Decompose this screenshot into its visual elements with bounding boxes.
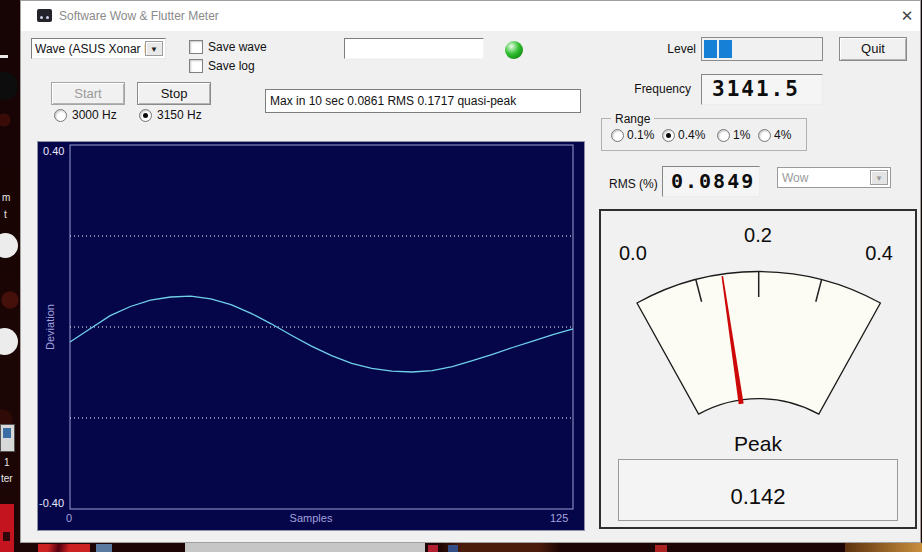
desktop-decoration [655, 545, 667, 552]
peak-value: 0.142 [619, 484, 897, 510]
deviation-trace [70, 296, 573, 372]
analog-meter-panel: 0.0 0.2 0.4 Peak 0.142 [599, 209, 917, 529]
gridlines [70, 236, 573, 418]
desktop-decoration [185, 543, 425, 552]
title-bar[interactable]: Software Wow & Flutter Meter ✕ [21, 1, 920, 31]
desktop-icon[interactable] [0, 328, 18, 355]
desktop-icon-label: t [4, 209, 7, 220]
plot-border [70, 145, 573, 509]
rms-display: 0.0849 [662, 166, 760, 197]
desktop-icon-label: 1 [4, 457, 10, 468]
deviation-chart: 0.40 -0.40 Deviation 0 Samples 125 [37, 141, 585, 531]
radio-3150hz[interactable] [139, 109, 152, 122]
x-axis-title: Samples [38, 512, 584, 524]
range-radio-0.4-label: 0.4% [678, 128, 705, 142]
device-dropdown[interactable]: Wave (ASUS Xonar D1 ▼ [31, 38, 166, 59]
save-log-checkbox[interactable]: ✓ [189, 59, 203, 73]
peak-readout-box: 0.142 [618, 459, 898, 521]
desktop-icon-label: m [2, 192, 10, 203]
signal-led-icon [505, 41, 523, 59]
mode-dropdown[interactable]: Wow ▼ [777, 167, 891, 188]
range-radio-0.1-label: 0.1% [627, 128, 654, 142]
radio-3000hz-label: 3000 Hz [72, 108, 117, 122]
chevron-down-icon: ▼ [870, 170, 888, 185]
desktop-decoration [448, 545, 458, 552]
status-readout: Max in 10 sec 0.0861 RMS 0.1717 quasi-pe… [265, 89, 581, 113]
rms-label: RMS (%) [609, 177, 658, 191]
chevron-down-icon[interactable]: ▼ [145, 41, 163, 56]
level-label: Level [641, 42, 696, 56]
level-segment [719, 40, 732, 58]
desktop-decoration [0, 72, 18, 100]
window-title: Software Wow & Flutter Meter [59, 9, 219, 23]
frequency-display: 3141.5 [701, 74, 823, 105]
stop-button[interactable]: Stop [137, 82, 211, 105]
level-segment [704, 40, 717, 58]
radio-3000hz[interactable] [54, 109, 67, 122]
monitor-input[interactable] [344, 38, 484, 59]
quit-button[interactable]: Quit [839, 37, 907, 61]
desktop-decoration [0, 55, 8, 58]
desktop-decoration [96, 544, 112, 552]
device-dropdown-value: Wave (ASUS Xonar D1 [35, 42, 147, 56]
desktop-decoration [845, 543, 922, 552]
desktop: m t 1 ter Software Wow & Flutter Meter ✕… [0, 0, 922, 552]
desktop-decoration [38, 544, 90, 552]
app-icon [37, 9, 52, 22]
deviation-plot-svg [38, 142, 584, 530]
radio-3150hz-label: 3150 Hz [157, 108, 202, 122]
range-radio-0.4[interactable] [662, 129, 675, 142]
save-wave-checkbox[interactable]: ✓ [189, 40, 203, 54]
save-log-label: Save log [208, 59, 255, 73]
mode-dropdown-value: Wow [782, 171, 808, 185]
desktop-decoration [428, 545, 438, 552]
x-tick-125: 125 [550, 512, 568, 524]
close-icon[interactable]: ✕ [894, 3, 920, 28]
desktop-icon[interactable] [0, 424, 15, 452]
range-radio-1[interactable] [717, 129, 730, 142]
range-radio-0.1[interactable] [611, 129, 624, 142]
range-radio-4-label: 4% [774, 128, 791, 142]
frequency-label: Frequency [611, 82, 691, 96]
app-window: Software Wow & Flutter Meter ✕ Wave (ASU… [20, 0, 921, 543]
save-wave-label: Save wave [208, 40, 267, 54]
range-radio-4[interactable] [758, 129, 771, 142]
desktop-icon-label: ter [1, 473, 13, 484]
start-button[interactable]: Start [51, 82, 125, 105]
range-group-label: Range [611, 112, 654, 126]
meter-gauge-svg [601, 211, 915, 429]
desktop-icon[interactable] [0, 233, 18, 258]
level-meter [701, 37, 823, 61]
peak-label: Peak [601, 432, 915, 456]
desktop-icon[interactable] [0, 504, 14, 552]
range-radio-1-label: 1% [733, 128, 750, 142]
